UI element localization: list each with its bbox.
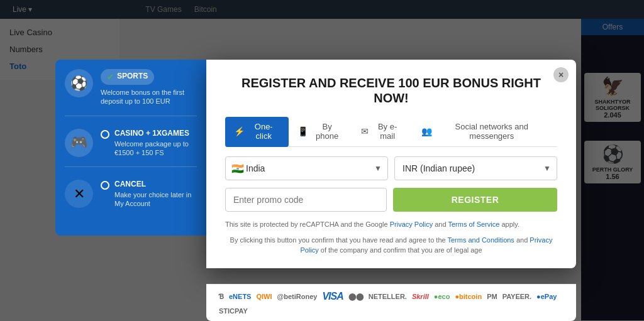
tab-one-click[interactable]: ⚡ One-click — [225, 117, 289, 147]
payment-b-logo: Ɓ — [219, 293, 224, 301]
payment-betrimoney-logo: @betiRoney — [277, 293, 318, 300]
close-button[interactable]: × — [553, 67, 569, 82]
tab-by-email-label: By e-mail — [372, 122, 404, 141]
casino-bonus-item[interactable]: 🎮 CASINO + 1XGAMES Welcome package up to… — [65, 129, 197, 168]
captcha-text: This site is protected by reCAPTCHA and … — [225, 219, 557, 230]
payment-payeer-logo: PAYEER. — [502, 293, 531, 300]
payment-mastercard-logo: ⬤⬤ — [348, 293, 364, 301]
payment-epay-logo: ●ePay — [536, 293, 557, 300]
cancel-title: CANCEL — [114, 180, 197, 188]
casino-title: CASINO + 1XGAMES — [114, 129, 197, 138]
cancel-bonus-text: CANCEL Make your choice later in My Acco… — [114, 180, 197, 209]
privacy-policy-link[interactable]: Privacy Policy — [390, 220, 433, 228]
payment-qiwi-logo: QIWI — [256, 293, 272, 300]
terms-of-service-link[interactable]: Terms of Service — [448, 220, 499, 228]
promo-input[interactable] — [225, 188, 387, 212]
cancel-bonus-item[interactable]: ✕ CANCEL Make your choice later in My Ac… — [65, 180, 197, 218]
register-modal: × REGISTER AND RECEIVE 100 EUR BONUS RIG… — [206, 60, 576, 268]
payment-sticpay-logo: STICPAY — [219, 307, 248, 315]
sports-bonus-item[interactable]: ⚽ ✔ SPORTS Welcome bonus on the first de… — [65, 69, 197, 116]
terms-conditions-link[interactable]: Terms and Conditions — [447, 236, 514, 244]
casino-desc: Welcome package up to €1500 + 150 FS — [114, 139, 197, 158]
sports-desc: Welcome bonus on the first deposit up to… — [101, 88, 197, 106]
payment-enets-logo: eNETS — [229, 293, 251, 300]
tab-by-email[interactable]: ✉ By e-mail — [352, 117, 413, 147]
country-select[interactable]: India — [225, 156, 388, 180]
payment-neteller-logo: NETELLER. — [369, 293, 407, 300]
cancel-radio[interactable] — [101, 181, 109, 190]
payment-pm-logo: PM — [487, 293, 497, 300]
cancel-icon: ✕ — [65, 180, 93, 208]
check-icon: ✔ — [107, 72, 114, 82]
country-currency-row: 🇮🇳 India ▼ INR (Indian rupee) ▼ — [225, 156, 557, 180]
casino-bonus-text: CASINO + 1XGAMES Welcome package up to €… — [114, 129, 197, 158]
sports-title: SPORTS — [117, 72, 148, 80]
lightning-icon: ⚡ — [234, 126, 245, 136]
payment-eco-logo: ●eco — [434, 293, 450, 300]
sports-icon: ⚽ — [65, 69, 93, 97]
casino-icon: 🎮 — [65, 129, 93, 157]
social-icon: 👥 — [421, 126, 432, 136]
currency-select-wrap: INR (Indian rupee) ▼ — [394, 156, 557, 180]
cancel-desc: Make your choice later in My Account — [114, 190, 197, 209]
payment-skrill-logo: Skrill — [412, 293, 429, 300]
register-button[interactable]: REGISTER — [393, 188, 557, 212]
tab-by-phone-label: By phone — [311, 122, 343, 141]
terms-text: By clicking this button you confirm that… — [225, 235, 557, 256]
payment-visa-logo: VISA — [322, 291, 343, 302]
casino-radio[interactable] — [101, 130, 109, 139]
tab-social-label: Social networks and messengers — [435, 122, 549, 141]
tab-social[interactable]: 👥 Social networks and messengers — [413, 117, 558, 147]
promo-register-row: REGISTER — [225, 188, 557, 212]
phone-icon: 📱 — [297, 126, 308, 136]
register-tabs: ⚡ One-click 📱 By phone ✉ By e-mail 👥 Soc… — [225, 117, 557, 147]
modal-title: REGISTER AND RECEIVE 100 EUR BONUS RIGHT… — [225, 75, 557, 106]
country-flag: 🇮🇳 — [231, 163, 244, 175]
payment-bitcoin-logo: ●bitcoin — [455, 293, 482, 300]
email-icon: ✉ — [361, 126, 369, 136]
tab-one-click-label: One-click — [248, 122, 280, 141]
payment-strip: Ɓ eNETS QIWI @betiRoney VISA ⬤⬤ NETELLER… — [206, 284, 576, 321]
tab-by-phone[interactable]: 📱 By phone — [289, 117, 352, 147]
currency-select[interactable]: INR (Indian rupee) — [394, 156, 557, 180]
country-select-wrap: 🇮🇳 India ▼ — [225, 156, 388, 180]
sports-bonus-text: ✔ SPORTS Welcome bonus on the first depo… — [101, 69, 197, 106]
bonus-panel: ⚽ ✔ SPORTS Welcome bonus on the first de… — [55, 60, 206, 236]
